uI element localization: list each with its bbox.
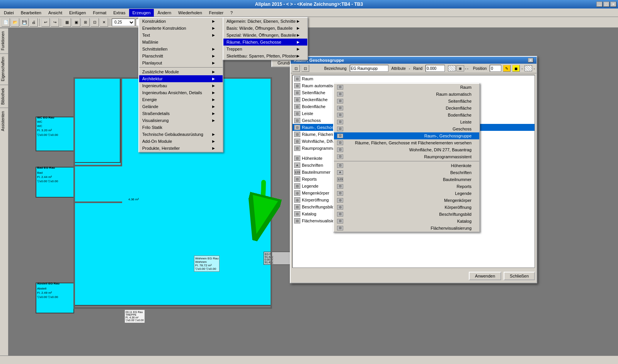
menu-entry-planschnitt[interactable]: Planschnitt ▶: [139, 52, 223, 59]
dialog-close-x-btn[interactable]: ×: [528, 58, 533, 63]
menu-entry-masslinie[interactable]: Maßlinie: [139, 39, 223, 46]
menu-entry-basis[interactable]: Basis: Wände, Öffnungen, Bauteile ▶: [223, 25, 307, 32]
menu-entry-raum-geschossgruppe[interactable]: ⊡ Raum-, Geschossgruppe: [334, 132, 479, 139]
menu-entry-ingenieur-ansichten[interactable]: Ingenieurbau Ansichten, Details ▶: [139, 89, 223, 96]
swatch-pattern2[interactable]: [524, 65, 532, 71]
beschriften-icon: A: [294, 163, 300, 168]
close-btn[interactable]: ×: [610, 2, 616, 7]
menu-entry-koerperoeffnung[interactable]: ◎ Körperöffnung: [334, 204, 479, 211]
abstell-header: Abstell EG Rau: [37, 282, 60, 285]
menu-entry-zusaetzliche[interactable]: Zusätzliche Module ▶: [139, 68, 223, 75]
dialog-tb-color[interactable]: ◼: [512, 65, 520, 72]
swatch-pattern[interactable]: [448, 65, 456, 71]
menu-erzeugen[interactable]: Erzeugen: [129, 9, 153, 17]
menu-entry-deckenflaeche[interactable]: ⊡ Deckenfläche: [334, 105, 479, 112]
menu-entry-addon[interactable]: Add-On Module ▶: [139, 138, 223, 145]
menu-entry-reports[interactable]: ⊡ Reports: [334, 183, 479, 190]
menu-entry-schnittstellen[interactable]: Schnittstellen ▶: [139, 46, 223, 52]
tb-b2[interactable]: ▣: [72, 18, 80, 27]
menu-help[interactable]: ?: [227, 9, 236, 17]
menu-entry-planlayout[interactable]: Planlayout ▶: [139, 59, 223, 66]
dialog-tb-icon2[interactable]: ⊡: [301, 65, 309, 72]
menu-entry-katalog[interactable]: ⊡ Katalog: [334, 218, 479, 225]
menu-entry-raum-auto[interactable]: ⊡ Raum automatisch: [334, 91, 479, 98]
menu-entry-raumprogramm[interactable]: ⊡ Raumprogrammassistent: [334, 153, 479, 160]
tb-b5[interactable]: ✕: [100, 18, 108, 27]
tb-undo[interactable]: ↩: [41, 18, 50, 27]
menu-entry-skelettbau[interactable]: Skelettbau: Sparren, Pfetten, Pfosten ▶: [223, 52, 307, 59]
katalog-icon: ⊡: [294, 211, 300, 217]
dialog-tb-highlight[interactable]: ✎: [503, 65, 511, 72]
menu-entry-konstruktion[interactable]: Konstruktion ▶: [139, 18, 223, 25]
tb-b3[interactable]: ⊞: [81, 18, 90, 27]
menu-entry-visualisierung[interactable]: Visualisierung ▶: [139, 117, 223, 124]
left-sidebar: Funktionen Eigenschaften Bibliothek Assi…: [0, 28, 9, 356]
toolbar-sep-1: [39, 19, 40, 26]
koerperoeffnung-icon: ◎: [294, 197, 300, 203]
menu-entry-technische[interactable]: Technische Gebäudeausrüstung ▶: [139, 131, 223, 138]
raeume-sep-1: [334, 161, 479, 161]
menu-entry-gelaende[interactable]: Gelände ▶: [139, 103, 223, 110]
menu-entry-raeume-flaechen[interactable]: ⊡ Räume, Flächen, Geschosse mit Flächene…: [334, 139, 479, 146]
tb-new[interactable]: 📄: [2, 18, 10, 27]
tb-redo[interactable]: ↪: [51, 18, 59, 27]
tb-b4[interactable]: ⊡: [90, 18, 99, 27]
menu-wiederholen[interactable]: Wiederholen: [175, 9, 205, 17]
menu-entry-seitenflaeche[interactable]: ⊡ Seitenfläche: [334, 98, 479, 105]
menu-entry-raum[interactable]: ⊡ Raum: [334, 84, 479, 91]
menu-entry-raeume[interactable]: Räume, Flächen, Geschosse ▶: [223, 39, 307, 46]
menu-entry-ingenieurbau[interactable]: Ingenieurbau ▶: [139, 82, 223, 89]
menu-format[interactable]: Format: [90, 9, 109, 17]
menu-bearbeiten[interactable]: Bearbeiten: [18, 9, 44, 17]
tb-open[interactable]: 📂: [11, 18, 19, 27]
bauteilnummer-icon: 123: [294, 169, 300, 175]
menu-entry-hoehenkote[interactable]: ⊡ Höhenkote: [334, 162, 479, 169]
menu-entry-produkte[interactable]: Produkte, Hersteller ▶: [139, 145, 223, 152]
status-bar: [0, 356, 618, 364]
close-dialog-button[interactable]: Schließen: [504, 272, 535, 280]
rand-input[interactable]: [426, 65, 445, 72]
menu-entry-erweiterte[interactable]: Erweiterte Konstruktion ▶: [139, 25, 223, 32]
dialog-tb-icon1[interactable]: ⊡: [292, 65, 300, 72]
menu-entry-architektur[interactable]: Architektur ▶: [139, 75, 223, 82]
menu-entry-wohnflaeche[interactable]: ⊡ Wohnfläche, DIN 277, Bauantrag: [334, 146, 479, 153]
swatch-grid[interactable]: ▦: [456, 65, 464, 71]
menu-entry-strassendetails[interactable]: Straßendetails ▶: [139, 110, 223, 117]
menu-entry-energie[interactable]: Energie ▶: [139, 96, 223, 103]
menu-entry-bodenflaeche[interactable]: ⊡ Bodenfläche: [334, 112, 479, 119]
menu-entry-frilo[interactable]: Frilo Statik: [139, 124, 223, 131]
menu-entry-beschriftungsbild[interactable]: ⊡ Beschriftungsbild: [334, 211, 479, 218]
menu-entry-mengenkoerper[interactable]: ◎ Mengenkörper: [334, 197, 479, 204]
menu-entry-flaechenvisualisierung[interactable]: ⊡ Flächenvisualisierung: [334, 225, 479, 232]
maximize-btn[interactable]: □: [603, 2, 609, 7]
attribute-value: -: [409, 66, 410, 71]
tb-print[interactable]: 🖨: [29, 18, 38, 27]
position-input[interactable]: [490, 65, 501, 72]
bezeichnung-input[interactable]: [350, 65, 388, 72]
menu-entry-leiste[interactable]: ⊡ Leiste: [334, 119, 479, 125]
room-list-item-raum[interactable]: ⊡ Raum: [293, 75, 535, 82]
menu-entry-spezial[interactable]: Spezial: Wände, Öffnungen, Bauteile ▶: [223, 32, 307, 39]
menu-entry-legende[interactable]: ⊡ Legende: [334, 190, 479, 197]
menu-fenster[interactable]: Fenster: [206, 9, 226, 17]
hoehenkote-icon: ⊡: [294, 156, 300, 161]
zoom-select[interactable]: 0.25: [112, 19, 135, 26]
menu-entry-geschoss[interactable]: ⊡ Geschoss: [334, 125, 479, 132]
menu-entry-allgemein[interactable]: Allgemein: Dächer, Ebenen, Schnitte ▶: [223, 18, 307, 25]
tb-b1[interactable]: ▦: [63, 18, 71, 27]
minimize-btn[interactable]: _: [596, 2, 603, 7]
dialog-button-bar: Anwenden Schließen: [291, 269, 536, 283]
apply-button[interactable]: Anwenden: [469, 272, 501, 280]
menu-datei[interactable]: Datei: [1, 9, 17, 17]
menu-entry-text[interactable]: Text ▶: [139, 32, 223, 39]
menu-entry-beschriften[interactable]: A Beschriften: [334, 169, 479, 176]
menu-ansicht[interactable]: Ansicht: [45, 9, 65, 17]
menu-entry-treppen[interactable]: Treppen ▶: [223, 46, 307, 52]
wall-bottom: [73, 307, 272, 309]
menu-aendern[interactable]: Ändern: [155, 9, 174, 17]
architektur-menu: Allgemein: Dächer, Ebenen, Schnitte ▶ Ba…: [223, 17, 308, 60]
tb-save[interactable]: 💾: [20, 18, 29, 27]
menu-entry-bauteilnummer[interactable]: 123 Bauteilnummer: [334, 176, 479, 183]
menu-einfuegen[interactable]: Einfügen: [66, 9, 89, 17]
menu-extras[interactable]: Extras: [110, 9, 128, 17]
